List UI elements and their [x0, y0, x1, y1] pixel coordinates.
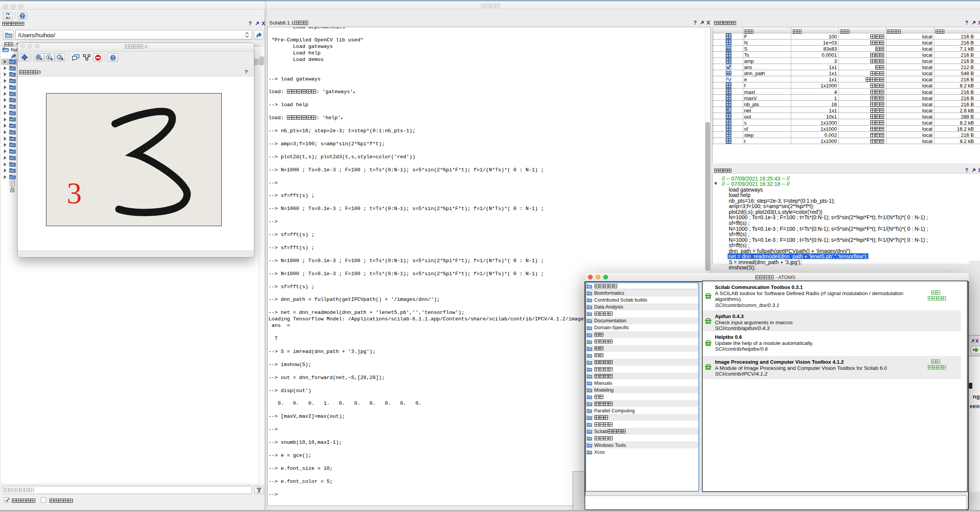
svg-text:3: 3: [67, 176, 82, 210]
svg-text:1: 1: [48, 55, 50, 59]
svg-text:?: ?: [112, 56, 114, 60]
svg-text:ab: ab: [727, 72, 730, 75]
svg-text:?: ?: [21, 14, 23, 18]
svg-text:int: int: [726, 48, 730, 51]
